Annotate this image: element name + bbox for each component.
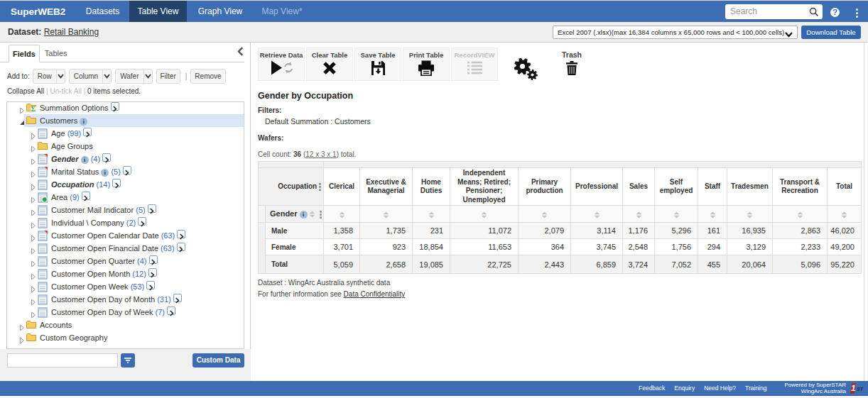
svg-text:Σ: Σ xyxy=(31,105,36,112)
